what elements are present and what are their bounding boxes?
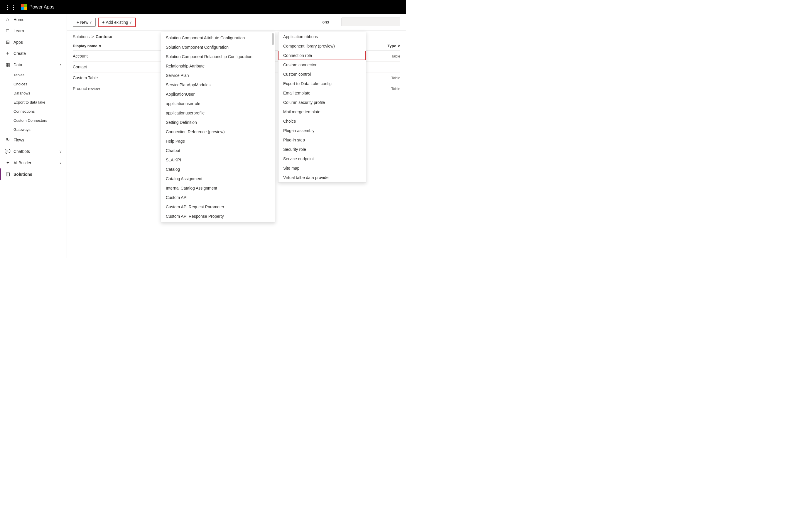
search-input[interactable] (342, 18, 400, 26)
sidebar-sub-choices[interactable]: Choices (0, 80, 67, 89)
main-layout: ⌂ Home □ Learn ⊞ Apps + Create ▦ Data ∧ … (0, 14, 406, 258)
dropdown-item-email-template[interactable]: Email template (279, 88, 366, 98)
dropdown-item-service-endpoint[interactable]: Service endpoint (279, 154, 366, 164)
solutions-icon: ◫ (5, 171, 10, 177)
dropdown-item-custom-api-req[interactable]: Custom API Request Parameter (161, 202, 275, 211)
topbar: ⋮⋮ Power Apps (0, 0, 406, 14)
breadcrumb-solutions[interactable]: Solutions (73, 34, 90, 39)
dropdown-item-app-user-role[interactable]: applicationuserrole (161, 99, 275, 108)
data-icon: ▦ (5, 62, 10, 67)
sidebar-label-ai-builder: AI Builder (13, 161, 56, 165)
dropdown-item-conn-role[interactable]: Connection role (279, 51, 366, 60)
dropdown-item-app-ribbons[interactable]: Application ribbons (279, 32, 366, 41)
breadcrumb-current: Contoso (96, 34, 112, 39)
dropdown-item-app-user-profile[interactable]: applicationuserprofile (161, 108, 275, 118)
dropdown-item-catalog-assign[interactable]: Catalog Assignment (161, 174, 275, 183)
dropdown-item-service-plan-app[interactable]: ServicePlanAppModules (161, 80, 275, 89)
dropdown-item-custom-control[interactable]: Custom control (279, 69, 366, 79)
new-button[interactable]: + New ∨ (73, 18, 96, 27)
display-sort-icon: ∨ (98, 44, 102, 48)
dropdown-item-site-map[interactable]: Site map (279, 164, 366, 173)
dropdown-item-export-data-lake[interactable]: Export to Data Lake config (279, 79, 366, 88)
home-icon: ⌂ (5, 17, 10, 22)
logo-q1 (21, 4, 24, 7)
col-type-label: Type (388, 44, 396, 48)
sidebar-item-data[interactable]: ▦ Data ∧ (0, 59, 67, 70)
sidebar-item-learn[interactable]: □ Learn (0, 25, 67, 36)
sidebar-item-home[interactable]: ⌂ Home (0, 14, 67, 25)
add-existing-plus-icon: + (102, 20, 105, 25)
dropdown-left-inner: Solution Component Attribute Configurati… (161, 32, 275, 222)
dropdown-item-catalog[interactable]: Catalog (161, 165, 275, 174)
dropdown-item-service-plan[interactable]: Service Plan (161, 71, 275, 80)
dropdown-item-custom-api-resp[interactable]: Custom API Response Property (161, 211, 275, 221)
sidebar-label-data: Data (13, 62, 56, 67)
logo-q2 (24, 4, 27, 7)
sidebar-item-apps[interactable]: ⊞ Apps (0, 36, 67, 48)
new-label: New (80, 20, 88, 25)
sidebar-item-ai-builder[interactable]: ✦ AI Builder ∨ (0, 157, 67, 168)
sidebar-label-flows: Flows (13, 138, 62, 142)
dropdown-left: Solution Component Attribute Configurati… (161, 32, 275, 223)
more-dots-button[interactable]: ··· (331, 19, 336, 25)
sidebar-sub-connections[interactable]: Connections (0, 107, 67, 116)
sidebar-sub-custom-connectors[interactable]: Custom Connectors (0, 116, 67, 125)
dropdown-item-mail-merge[interactable]: Mail merge template (279, 107, 366, 116)
type-sort-icon: ∨ (397, 44, 400, 48)
dropdown-item-col-security[interactable]: Column security profile (279, 98, 366, 107)
breadcrumb-separator: > (92, 34, 94, 39)
add-existing-chevron-icon: ∨ (129, 21, 132, 24)
sidebar-sub-export-data-lake[interactable]: Export to data lake (0, 98, 67, 107)
sidebar-item-create[interactable]: + Create (0, 48, 67, 59)
create-icon: + (5, 51, 10, 56)
sidebar-item-solutions[interactable]: ◫ Solutions (0, 168, 67, 180)
chatbots-chevron: ∨ (59, 149, 62, 153)
dropdown-item-internal-catalog[interactable]: Internal Catalog Assignment (161, 183, 275, 193)
app-name: Power Apps (29, 4, 54, 10)
sidebar-item-chatbots[interactable]: 💬 Chatbots ∨ (0, 146, 67, 157)
dropdown-item-setting-def[interactable]: Setting Definition (161, 118, 275, 127)
sidebar-label-create: Create (13, 51, 62, 56)
sidebar-item-flows[interactable]: ↻ Flows (0, 134, 67, 146)
dropdown-item-help-page[interactable]: Help Page (161, 137, 275, 146)
dropdown-item-virtual-table[interactable]: Virtual talbe data provider (279, 173, 366, 182)
content-area: + New ∨ + Add existing ∨ ons ··· Solutio… (67, 14, 406, 258)
dropdown-item-security-role[interactable]: Security role (279, 145, 366, 154)
more-text-label: ons (322, 20, 329, 24)
dropdown-item-comp-library[interactable]: Component library (preview) (279, 41, 366, 51)
data-chevron: ∧ (59, 63, 62, 67)
ai-builder-chevron: ∨ (59, 161, 62, 165)
toolbar: + New ∨ + Add existing ∨ ons ··· (67, 14, 406, 31)
sidebar-label-home: Home (13, 17, 62, 22)
microsoft-logo (21, 4, 27, 10)
dropdown-item-choice[interactable]: Choice (279, 116, 366, 126)
dropdown-item-chatbot[interactable]: Chatbot (161, 146, 275, 155)
sidebar-label-solutions: Solutions (13, 172, 62, 177)
dropdown-right: Application ribbons Component library (p… (278, 32, 366, 182)
dropdown-item-custom-connector[interactable]: Custom connector (279, 60, 366, 69)
logo-q4 (24, 7, 27, 10)
dropdown-item-plugin-assembly[interactable]: Plug-in assembly (279, 126, 366, 135)
col-display-label: Display name (73, 44, 97, 48)
dropdown-item-custom-api[interactable]: Custom API (161, 193, 275, 202)
new-plus-icon: + (77, 20, 79, 25)
sidebar-sub-dataflows[interactable]: Dataflows (0, 89, 67, 98)
dropdown-item-sla-kpi[interactable]: SLA KPI (161, 155, 275, 165)
sidebar: ⌂ Home □ Learn ⊞ Apps + Create ▦ Data ∧ … (0, 14, 67, 258)
dropdown-item-app-user[interactable]: ApplicationUser (161, 89, 275, 99)
dropdown-item-conn-ref[interactable]: Connection Reference (preview) (161, 127, 275, 137)
sidebar-label-apps: Apps (13, 40, 62, 45)
add-existing-button[interactable]: + Add existing ∨ (98, 18, 136, 27)
dropdown-item-rel-attr[interactable]: Relationship Attribute (161, 61, 275, 71)
more-area: ons ··· (322, 19, 336, 25)
waffle-icon[interactable]: ⋮⋮ (3, 2, 18, 12)
dropdown-item-plugin-step[interactable]: Plug-in step (279, 135, 366, 145)
sidebar-label-chatbots: Chatbots (13, 149, 56, 154)
sidebar-sub-gateways[interactable]: Gateways (0, 125, 67, 134)
dropdown-item-sol-comp-config[interactable]: Solution Component Configuration (161, 42, 275, 52)
sidebar-sub-tables[interactable]: Tables (0, 70, 67, 80)
dropdown-item-sol-comp-attr[interactable]: Solution Component Attribute Configurati… (161, 33, 275, 42)
sidebar-label-learn: Learn (13, 28, 62, 33)
dropdown-item-sol-comp-rel[interactable]: Solution Component Relationship Configur… (161, 52, 275, 61)
apps-icon: ⊞ (5, 39, 10, 45)
